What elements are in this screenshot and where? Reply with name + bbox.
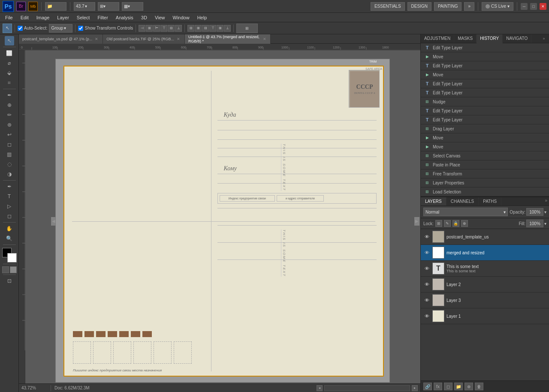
dist-right-icon[interactable]: ⊟ [202,25,209,32]
new-layer-btn[interactable]: ⊕ [465,383,473,390]
menu-help[interactable]: Help [194,14,211,21]
tab-layers[interactable]: LAYERS [421,197,446,205]
file-dropdown[interactable]: 📁 [45,2,66,11]
history-item[interactable]: ▶ Move [421,52,549,61]
standard-mode[interactable] [2,266,9,273]
dist-center-h-icon[interactable]: ⊞ [195,25,202,32]
delete-layer-btn[interactable]: 🗑 [475,383,483,390]
eraser-tool[interactable]: ◻ [5,140,14,149]
layer-visibility-1[interactable]: 👁 [423,233,430,240]
lock-px-icon[interactable]: ⊞ [435,220,442,227]
painting-btn[interactable]: PAINTING [434,2,462,11]
history-item[interactable]: ⊞ Paste in Place [421,160,549,169]
essentials-btn[interactable]: ESSENTIALS [371,2,405,11]
tab-postcard-template[interactable]: postcard_template_us.psd @ 47.1% (p... ✕ [19,34,103,44]
spot-heal-tool[interactable]: ⊕ [5,100,14,110]
history-item[interactable]: ▶ Move [421,70,549,79]
auto-select-dropdown[interactable]: Group ▾ [49,24,72,33]
menu-view[interactable]: View [151,14,169,21]
type-tool[interactable]: T [5,192,14,201]
tab-old-postcard[interactable]: Old postcard backs.TIF @ 25% (RGB... ✕ [103,34,185,44]
layers-panel-collapse[interactable]: » [543,197,549,205]
history-item[interactable]: ▶ Move [421,142,549,151]
layer-item-postcard-template[interactable]: 👁 postcard_template_us [421,229,549,245]
tab-close-1[interactable]: ✕ [94,36,99,42]
layer-item-merged[interactable]: 👁 merged and resized [421,245,549,261]
gradient-tool[interactable]: ▥ [5,150,14,159]
opacity-input[interactable] [526,208,543,216]
tab-channels[interactable]: CHANNELS [446,197,479,205]
history-item[interactable]: T Edit Type Layer [421,106,549,115]
layer-visibility-6[interactable]: 👁 [423,313,430,320]
lock-position-icon[interactable]: ⊕ [461,220,468,227]
align-center-v-icon[interactable]: ⊟ [168,25,175,32]
dist-center-v-icon[interactable]: ⊞ [217,25,223,32]
marquee-tool[interactable]: ⬜ [5,48,14,58]
cslive-btn[interactable]: CS Live ▾ [482,2,513,11]
lock-move-icon[interactable]: ✎ [444,220,451,227]
layer-visibility-5[interactable]: 👁 [423,297,430,304]
quick-select-tool[interactable]: ⬙ [5,68,14,78]
align-left-icon[interactable]: ⊣ [139,25,145,32]
history-item[interactable]: ⊞ Layer Properties [421,178,549,187]
transform-controls-checkbox[interactable]: Show Transform Controls [78,26,133,31]
blend-mode-dropdown[interactable]: Normal ▾ [423,208,508,216]
history-item[interactable]: ⊞ Free Transform [421,169,549,178]
menu-select[interactable]: Select [73,14,94,21]
panel-collapse-btn[interactable]: » [540,35,547,42]
design-btn[interactable]: DESIGN [407,2,431,11]
align-top-icon[interactable]: ⊤ [160,25,167,32]
clone-tool[interactable]: ⊛ [5,120,14,130]
arrange-dropdown[interactable]: ▦▾ [122,2,143,11]
fill-input[interactable] [526,220,543,227]
tab-navigator[interactable]: NAVIGATO [503,34,531,43]
layer-item-1[interactable]: 👁 Layer 1 [421,308,549,324]
tab-paths[interactable]: PATHS [479,197,501,205]
align-center-h-icon[interactable]: ⊞ [146,25,153,32]
document-canvas[interactable]: ◀ ▶ ▲ ▼ TRIM SAFE AREA [25,50,420,383]
history-item[interactable]: T Edit Type Layer [421,115,549,124]
minimize-button[interactable]: ─ [521,3,528,10]
horizontal-scrollbar[interactable] [324,385,410,391]
eyedropper-tool[interactable]: ✒ [5,90,14,100]
screen-mode[interactable]: ⊡ [5,276,14,286]
menu-file[interactable]: File [2,14,16,21]
brush-tool[interactable]: ✏ [5,110,14,120]
menu-image[interactable]: Image [33,14,53,21]
layer-visibility-3[interactable]: 👁 [423,265,430,272]
tab-close-3[interactable]: ✕ [262,36,267,42]
history-item[interactable]: ⊞ Drag Layer [421,124,549,133]
history-item[interactable]: ⊞ Load Selection [421,187,549,196]
dist-left-icon[interactable]: ⊟ [187,25,194,32]
auto-align-btn[interactable]: ⊞ [236,24,258,33]
add-mask-btn[interactable]: ◻ [444,383,452,390]
layer-item-text[interactable]: 👁 T This is some text This is some text [421,261,549,277]
tab-masks[interactable]: MASKS [454,34,477,43]
scroll-right-btn[interactable]: ▸ [412,385,418,391]
br-logo[interactable]: Br [16,2,26,11]
hand-tool[interactable]: ✋ [5,224,14,233]
zoom-tool[interactable]: 🔍 [5,234,14,243]
history-item[interactable]: T Edit Type Layer [421,61,549,70]
layer-visibility-2[interactable]: 👁 [423,249,430,256]
crop-tool[interactable]: ⌗ [5,78,14,87]
history-item[interactable]: T Edit Type Layer [421,88,549,97]
lasso-tool[interactable]: ⌀ [5,58,14,68]
history-item[interactable]: ▶ Move [421,133,549,142]
align-right-icon[interactable]: ⊢ [153,25,160,32]
pen-tool[interactable]: ✒ [5,182,14,191]
lock-all-icon[interactable]: 🔒 [452,220,459,227]
quick-mask-mode[interactable] [10,266,17,273]
shape-tool[interactable]: ◻ [5,211,14,221]
menu-3d[interactable]: 3D [138,14,151,21]
blur-tool[interactable]: ◌ [5,160,14,169]
scroll-right-arrow[interactable]: ▶ [414,217,419,226]
more-workspaces-btn[interactable]: » [464,2,474,11]
mb-logo[interactable]: Mb [28,2,38,11]
dodge-tool[interactable]: ◑ [5,169,14,179]
scroll-left-btn[interactable]: ◂ [317,385,323,391]
align-bottom-icon[interactable]: ⊥ [175,25,182,32]
dist-top-icon[interactable]: ⊤ [209,25,216,32]
tab-history[interactable]: HISTORY [477,34,503,43]
zoom-dropdown[interactable]: 43.7 ▾ [74,2,95,11]
